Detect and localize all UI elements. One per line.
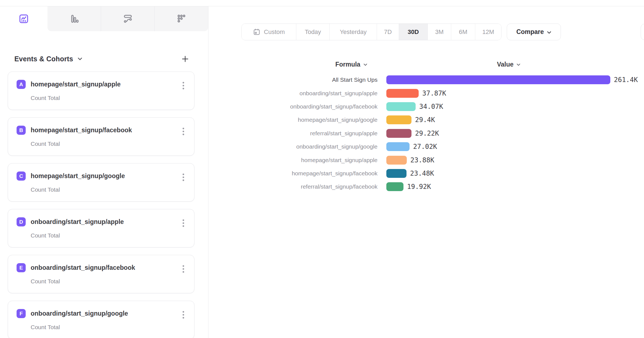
date-range-label: 7D — [384, 28, 392, 36]
add-event-button[interactable] — [179, 53, 191, 65]
bar[interactable] — [386, 102, 416, 111]
kebab-menu-icon[interactable] — [180, 219, 187, 228]
bar-row-label[interactable]: homepage/start_signup/google — [0, 117, 378, 123]
compare-button[interactable]: Compare — [507, 23, 561, 40]
tab-bar-report[interactable] — [47, 6, 101, 31]
chevron-down-icon — [517, 64, 521, 66]
date-range-label: 6M — [459, 28, 468, 36]
bar-chart: All Start Sign Ups 261.4K onboarding/sta… — [0, 73, 644, 194]
chevron-down-icon[interactable] — [78, 57, 82, 60]
flows-icon — [123, 14, 133, 24]
formula-header-label: Formula — [335, 61, 360, 68]
event-card[interactable]: E onboarding/start_signup/facebook Count… — [8, 255, 194, 293]
bar-row-label[interactable]: onboarding/start_signup/apple — [0, 90, 378, 97]
date-range-option[interactable]: 30D — [399, 24, 428, 40]
bar[interactable] — [386, 169, 407, 178]
compare-label: Compare — [516, 28, 544, 36]
bar-chart-icon — [69, 14, 80, 24]
bar-chart-row: homepage/start_signup/apple 23.88K — [0, 153, 644, 167]
bar-row-label[interactable]: homepage/start_signup/apple — [0, 157, 378, 163]
retention-icon — [176, 14, 187, 24]
kebab-menu-icon[interactable] — [180, 265, 187, 273]
date-range-option[interactable]: 6M — [451, 24, 475, 40]
bar-value: 261.4K — [614, 76, 638, 84]
bar[interactable] — [386, 182, 403, 191]
event-letter-badge: E — [17, 263, 26, 272]
bar-chart-row: All Start Sign Ups 261.4K — [0, 73, 644, 86]
date-range-label: Custom — [264, 28, 285, 36]
tab-retention[interactable] — [155, 6, 208, 31]
events-cohorts-title: Events & Cohorts — [14, 55, 73, 63]
bar[interactable] — [386, 142, 410, 151]
bar-chart-row: referral/start_signup/facebook 19.92K — [0, 180, 644, 193]
event-metric[interactable]: Count Total — [31, 324, 175, 331]
event-card[interactable]: F onboarding/start_signup/google Count T… — [8, 301, 194, 338]
formula-column-header[interactable]: Formula — [335, 60, 367, 69]
chevron-down-icon — [547, 31, 551, 34]
date-range-label: 3M — [435, 28, 444, 36]
bar-row-label[interactable]: referral/start_signup/facebook — [0, 183, 378, 190]
bar-row-label[interactable]: All Start Sign Ups — [0, 76, 378, 83]
event-card[interactable]: D onboarding/start_signup/apple Count To… — [8, 209, 194, 247]
plus-icon — [181, 55, 189, 63]
date-range-label: Today — [305, 28, 321, 36]
date-range-option[interactable]: 12M — [475, 24, 501, 40]
event-letter-badge: F — [17, 309, 26, 318]
event-name: onboarding/start_signup/facebook — [31, 264, 135, 271]
date-range-option[interactable]: Custom — [242, 24, 296, 40]
bar-chart-row: onboarding/start_signup/apple 37.87K — [0, 86, 644, 100]
value-column-header[interactable]: Value — [497, 60, 520, 69]
bar-chart-row: referral/start_signup/apple 29.22K — [0, 127, 644, 140]
bar-chart-row: homepage/start_signup/google 29.4K — [0, 113, 644, 126]
calendar-icon — [253, 28, 260, 36]
bar-row-label[interactable]: onboarding/start_signup/facebook — [0, 103, 378, 110]
insights-icon — [19, 14, 29, 24]
event-metric[interactable]: Count Total — [31, 232, 175, 239]
bar-value: 37.87K — [422, 89, 446, 97]
bar[interactable] — [386, 115, 411, 124]
tab-insights[interactable] — [0, 6, 47, 31]
event-letter-badge: D — [17, 217, 26, 226]
date-range-option[interactable]: 7D — [377, 24, 399, 40]
bar[interactable] — [386, 156, 407, 165]
event-name: onboarding/start_signup/google — [31, 310, 128, 317]
bar-row-label[interactable]: referral/start_signup/apple — [0, 130, 378, 137]
events-cohorts-header: Events & Cohorts — [14, 52, 191, 65]
bar-value: 23.48K — [410, 170, 434, 177]
event-name: onboarding/start_signup/apple — [31, 218, 124, 226]
date-range-option[interactable]: Today — [296, 24, 330, 40]
report-type-tabbar — [0, 6, 208, 31]
bar[interactable] — [386, 75, 610, 84]
date-range-label: Yesterday — [340, 28, 366, 36]
tab-flows[interactable] — [101, 6, 155, 31]
event-metric[interactable]: Count Total — [31, 278, 175, 285]
date-range-selector: Custom Today Yesterday — [241, 23, 502, 40]
bar[interactable] — [386, 89, 419, 98]
date-range-label: 30D — [408, 28, 419, 36]
bar-chart-row: homepage/start_signup/facebook 23.48K — [0, 167, 644, 180]
date-range-label: 12M — [482, 28, 494, 36]
bar-chart-row: onboarding/start_signup/google 27.02K — [0, 140, 644, 153]
date-range-option[interactable]: Yesterday — [330, 24, 377, 40]
kebab-menu-icon[interactable] — [180, 310, 187, 319]
bar[interactable] — [386, 129, 411, 138]
bar-value: 29.4K — [415, 116, 435, 124]
bar-row-label[interactable]: homepage/start_signup/facebook — [0, 170, 378, 177]
date-range-option[interactable]: 3M — [428, 24, 451, 40]
chevron-down-icon — [363, 64, 367, 66]
bar-value: 23.88K — [410, 156, 434, 164]
bar-value: 34.07K — [419, 103, 443, 110]
bar-chart-row: onboarding/start_signup/facebook 34.07K — [0, 100, 644, 113]
clipped-edge-button[interactable] — [641, 24, 644, 40]
bar-value: 27.02K — [413, 143, 437, 150]
bar-value: 29.22K — [415, 130, 439, 137]
value-header-label: Value — [497, 61, 513, 68]
bar-row-label[interactable]: onboarding/start_signup/google — [0, 143, 378, 150]
bar-value: 19.92K — [407, 183, 431, 191]
insights-report-screen: Events & Cohorts A homepage/start_signup… — [0, 0, 644, 338]
